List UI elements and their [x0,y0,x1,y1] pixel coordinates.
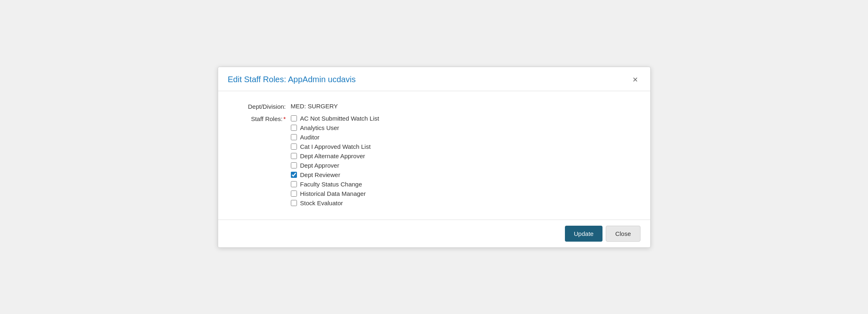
role-label-role_dept_approver[interactable]: Dept Approver [300,162,339,169]
role-label-role_dept_alt_approver[interactable]: Dept Alternate Approver [300,153,365,159]
required-star: * [283,115,286,122]
modal-footer: Update Close [218,220,650,247]
role-checkbox-role_dept_approver[interactable] [291,162,297,168]
role-label-role_faculty_status[interactable]: Faculty Status Change [300,181,362,188]
role-checkbox-role_ac_not_submitted[interactable] [291,115,297,121]
update-button[interactable]: Update [565,226,602,242]
modal-close-button[interactable]: × [630,74,640,85]
role-checkbox-role_faculty_status[interactable] [291,181,297,187]
role-label-role_auditor[interactable]: Auditor [300,134,320,141]
role-item: Analytics User [291,124,379,131]
role-label-role_cat_approved[interactable]: Cat I Approved Watch List [300,143,371,150]
role-item: AC Not Submitted Watch List [291,115,379,122]
role-item: Auditor [291,134,379,141]
role-item: Dept Reviewer [291,171,379,178]
dept-row: Dept/Division: MED: SURGERY [238,103,631,110]
dept-label: Dept/Division: [238,103,291,110]
role-item: Cat I Approved Watch List [291,143,379,150]
role-checkbox-role_historical_data[interactable] [291,191,297,197]
role-item: Historical Data Manager [291,190,379,197]
role-label-role_analytics_user[interactable]: Analytics User [300,124,339,131]
role-item: Stock Evaluator [291,200,379,206]
roles-list: AC Not Submitted Watch ListAnalytics Use… [291,115,379,206]
role-checkbox-role_analytics_user[interactable] [291,125,297,131]
role-checkbox-role_cat_approved[interactable] [291,144,297,150]
role-item: Faculty Status Change [291,181,379,188]
role-label-role_stock_evaluator[interactable]: Stock Evaluator [300,200,343,206]
role-label-role_ac_not_submitted[interactable]: AC Not Submitted Watch List [300,115,379,122]
role-item: Dept Approver [291,162,379,169]
modal-body: Dept/Division: MED: SURGERY Staff Roles:… [218,91,650,220]
close-button[interactable]: Close [606,226,640,242]
edit-staff-roles-modal: Edit Staff Roles: AppAdmin ucdavis × Dep… [218,67,651,248]
dept-value: MED: SURGERY [291,103,338,110]
modal-header: Edit Staff Roles: AppAdmin ucdavis × [218,67,650,91]
role-label-role_historical_data[interactable]: Historical Data Manager [300,190,366,197]
modal-title: Edit Staff Roles: AppAdmin ucdavis [228,75,356,84]
role-checkbox-role_dept_alt_approver[interactable] [291,153,297,159]
roles-label: Staff Roles:* [238,115,291,122]
roles-row: Staff Roles:* AC Not Submitted Watch Lis… [238,115,631,206]
role-checkbox-role_stock_evaluator[interactable] [291,200,297,206]
role-label-role_dept_reviewer[interactable]: Dept Reviewer [300,171,340,178]
role-checkbox-role_dept_reviewer[interactable] [291,172,297,178]
role-item: Dept Alternate Approver [291,153,379,159]
role-checkbox-role_auditor[interactable] [291,134,297,140]
